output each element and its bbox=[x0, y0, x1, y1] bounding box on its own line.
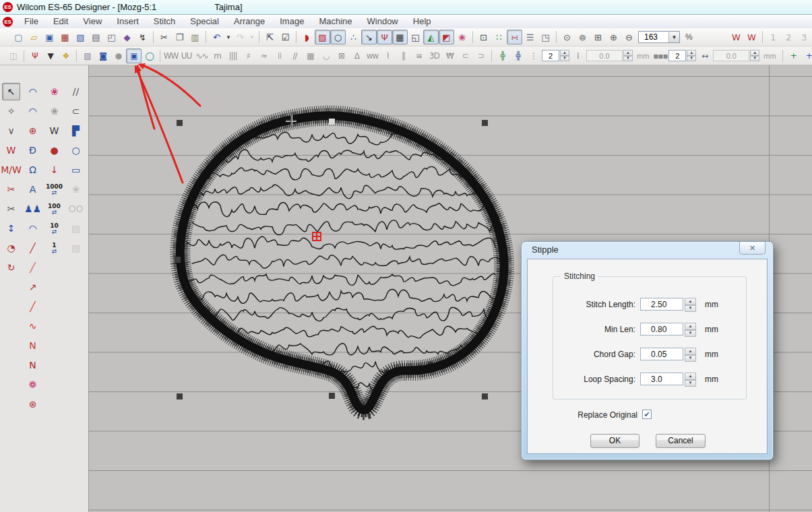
dot-stitch-icon[interactable]: ● bbox=[111, 49, 126, 63]
spin-down-icon[interactable]: ▼ bbox=[685, 330, 696, 338]
selection-handle-middle-left[interactable] bbox=[175, 257, 181, 263]
wave-stitch-icon[interactable]: + bbox=[801, 49, 812, 63]
run-count-icon[interactable]: ▪▪▪ bbox=[652, 49, 668, 63]
star-stitch-icon[interactable]: + bbox=[786, 49, 801, 63]
merge-blocks-icon[interactable]: ╬ bbox=[510, 49, 526, 63]
penetration-circle-tool[interactable]: ⊕ bbox=[24, 122, 42, 139]
min-len-spinner[interactable]: ▲▼ bbox=[685, 323, 696, 337]
motif-run-tool[interactable]: W bbox=[2, 141, 20, 159]
show-graphics-icon[interactable]: ◩ bbox=[439, 30, 454, 44]
stitch-length-input[interactable]: 2.50 bbox=[640, 298, 683, 311]
open-design-icon[interactable]: ▱ bbox=[26, 30, 42, 44]
save-design-icon[interactable]: ▣ bbox=[42, 30, 57, 44]
send-to-stitch-manager-icon[interactable]: W bbox=[744, 30, 759, 44]
mirror-copies-tool[interactable]: ♟♟ bbox=[24, 200, 42, 218]
pen-line-c-tool[interactable]: ↗ bbox=[24, 278, 42, 296]
undo-icon[interactable]: ↶ bbox=[209, 30, 224, 44]
menu-edit[interactable]: Edit bbox=[46, 15, 75, 28]
outline-design-icon[interactable]: ◙ bbox=[95, 49, 111, 63]
pen-line-b-tool[interactable]: ╱ bbox=[24, 259, 42, 276]
zoom-previous-icon[interactable]: ⊚ bbox=[575, 30, 590, 44]
polyline-tool[interactable]: ∨ bbox=[2, 122, 20, 139]
copy-icon[interactable]: ❐ bbox=[172, 30, 187, 44]
fan-stitch-tool[interactable]: ◔ bbox=[2, 239, 20, 257]
insert-design-icon[interactable]: ⇱ bbox=[262, 30, 278, 44]
print-icon[interactable]: ▤ bbox=[88, 30, 104, 44]
underlay-count-spinner[interactable]: ▲▼ bbox=[560, 50, 569, 61]
grid-toggle-icon[interactable]: ▦ bbox=[392, 30, 408, 44]
menu-view[interactable]: View bbox=[75, 15, 109, 28]
write-to-machine-icon[interactable]: ▦ bbox=[57, 30, 73, 44]
pen-line-d-tool[interactable]: ╱ bbox=[24, 298, 42, 315]
zoom-1to1-icon[interactable]: ⊙ bbox=[559, 30, 575, 44]
spin-up-icon[interactable]: ▲ bbox=[685, 373, 696, 380]
spin-down-icon[interactable]: ▼ bbox=[685, 355, 696, 362]
spin-down-icon[interactable]: ▼ bbox=[685, 305, 696, 313]
stitch-edit-icon[interactable]: ❖ bbox=[58, 49, 73, 63]
chord-gap-spinner[interactable]: ▲▼ bbox=[685, 348, 696, 362]
thread-colors-icon[interactable]: ∷ bbox=[491, 30, 507, 44]
color-film-icon[interactable]: ∺ bbox=[507, 30, 522, 44]
menu-special[interactable]: Special bbox=[183, 15, 226, 28]
menu-machine[interactable]: Machine bbox=[311, 15, 359, 28]
spin-up-icon[interactable]: ▲ bbox=[685, 323, 696, 330]
reshape-lettering-tool[interactable]: ◠ bbox=[24, 220, 42, 237]
loop-spacing-input[interactable]: 3.0 bbox=[640, 373, 683, 385]
pattern-stamp-tool[interactable]: ❀ bbox=[45, 102, 63, 120]
arc-tool[interactable]: ⊂ bbox=[67, 102, 85, 120]
stitch-bars-icon[interactable]: ☰ bbox=[522, 30, 538, 44]
fill-settings-icon[interactable]: ▧ bbox=[80, 49, 95, 63]
chord-gap-input[interactable]: 0.05 bbox=[640, 348, 683, 360]
measure-tool[interactable]: ↕ bbox=[2, 220, 20, 237]
selection-handle-bottom-left[interactable] bbox=[177, 393, 183, 399]
rotate-ellipse-tool[interactable]: ↻ bbox=[2, 259, 20, 276]
stitch-width-icon[interactable]: ↔ bbox=[697, 49, 712, 63]
design-monitor-icon[interactable]: ⊡ bbox=[476, 30, 491, 44]
stipple-stitch-icon[interactable]: ▣ bbox=[126, 49, 142, 63]
satin-bean-tool[interactable]: ● bbox=[45, 141, 63, 159]
selection-handle-top-middle[interactable] bbox=[329, 119, 335, 125]
penetration-down-tool[interactable]: ↓ bbox=[45, 161, 63, 179]
new-design-icon[interactable]: ▢ bbox=[11, 30, 26, 44]
spin-up-icon[interactable]: ▲ bbox=[685, 348, 696, 355]
connect-machine-icon[interactable]: ↯ bbox=[135, 30, 150, 44]
complex-fill-tool[interactable]: Ω bbox=[24, 161, 42, 179]
stitch-length-spinner[interactable]: ▲▼ bbox=[685, 298, 696, 312]
selection-handle-top-left[interactable] bbox=[177, 120, 183, 126]
ratio-1-tool[interactable]: 1⇄ bbox=[45, 239, 63, 257]
design-properties-icon[interactable]: ◳ bbox=[538, 30, 553, 44]
menu-image[interactable]: Image bbox=[272, 15, 311, 28]
reshape-object-tool[interactable]: ◠ bbox=[24, 83, 42, 100]
zigzag-pen-tool[interactable]: ∿ bbox=[24, 317, 42, 335]
remove-lettering-tool[interactable]: Đ bbox=[24, 141, 42, 159]
rectangle-tool[interactable]: ▭ bbox=[67, 161, 85, 179]
run-count-field[interactable]: 2 ▲▼ bbox=[668, 50, 696, 61]
row-spacing-icon[interactable]: ⁞ bbox=[570, 49, 586, 63]
underlay-count-field[interactable]: 2 ▲▼ bbox=[542, 50, 569, 61]
spin-up-icon[interactable]: ▲ bbox=[685, 298, 696, 305]
selection-handle-top-right[interactable] bbox=[482, 120, 488, 126]
stitch-ratio-tool[interactable]: M/W bbox=[2, 161, 20, 179]
menu-window[interactable]: Window bbox=[360, 15, 406, 28]
min-len-input[interactable]: 0.80 bbox=[640, 323, 683, 335]
ratio-1000-tool[interactable]: 1000⇄ bbox=[45, 181, 63, 198]
penetrations-view-icon[interactable]: ∴ bbox=[346, 30, 361, 44]
parallel-weave-tool[interactable]: ∕∕ bbox=[67, 83, 85, 100]
underlay-count-value[interactable]: 2 bbox=[542, 50, 559, 61]
overview-window-icon[interactable]: ◱ bbox=[408, 30, 423, 44]
spin-up-icon[interactable]: ▲ bbox=[560, 50, 569, 56]
polygon-select-tool[interactable]: ✧ bbox=[2, 102, 20, 120]
export-machine-file-icon[interactable]: W bbox=[728, 30, 744, 44]
selection-handle-bottom-middle[interactable] bbox=[329, 393, 335, 399]
zoom-out-icon[interactable]: ⊖ bbox=[621, 30, 637, 44]
pointer-mode-icon[interactable]: ↘ bbox=[361, 30, 377, 44]
print-preview-icon[interactable]: ◰ bbox=[104, 30, 119, 44]
cut-needle-tool[interactable]: ✂ bbox=[2, 200, 20, 218]
chevron-down-icon[interactable]: ▼ bbox=[668, 32, 679, 42]
show-bitmaps-icon[interactable]: ❀ bbox=[454, 30, 470, 44]
spin-up-icon[interactable]: ▲ bbox=[687, 50, 696, 56]
radial-wheel-tool[interactable]: ⊛ bbox=[24, 395, 42, 413]
cancel-button[interactable]: Cancel bbox=[656, 434, 706, 448]
replace-original-checkbox[interactable]: ✔ bbox=[642, 410, 652, 419]
ratio-100-tool[interactable]: 100⇄ bbox=[45, 200, 63, 218]
